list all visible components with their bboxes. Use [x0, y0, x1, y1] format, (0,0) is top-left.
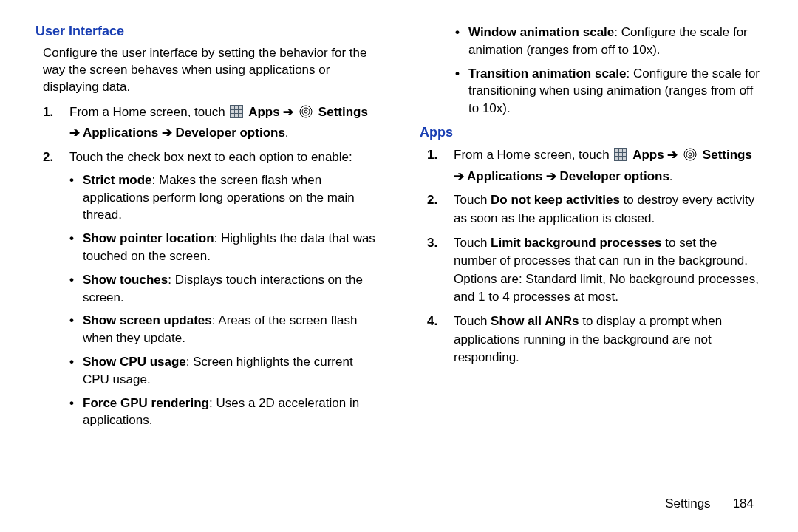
right-step-2: Touch Do not keep activities to destroy …: [427, 191, 763, 228]
pre: Touch: [454, 236, 491, 250]
svg-point-23: [684, 149, 696, 160]
svg-rect-4: [231, 110, 234, 113]
pre: Touch: [454, 193, 491, 207]
bullet-title: Transition animation scale: [468, 66, 627, 81]
left-step-2: Touch the check box next to each option …: [43, 149, 378, 429]
bold: Do not keep activities: [491, 193, 620, 207]
step2-text: Touch the check box next to each option …: [69, 150, 352, 164]
svg-point-25: [689, 153, 692, 156]
bullet-gpu-rendering: Force GPU rendering: Uses a 2D accelerat…: [69, 395, 378, 430]
bullet-title: Show screen updates: [83, 313, 212, 327]
bullet-title: Show CPU usage: [83, 355, 186, 369]
svg-rect-14: [615, 149, 618, 152]
right-step-1: From a Home screen, touch: [427, 146, 763, 185]
svg-rect-21: [619, 157, 622, 160]
svg-point-12: [304, 110, 307, 113]
page-footer: Settings184: [665, 497, 754, 511]
right-step-4: Touch Show all ANRs to display a prompt …: [427, 313, 763, 367]
svg-rect-16: [623, 149, 626, 152]
heading-user-interface: User Interface: [35, 24, 378, 39]
bullet-title: Show touches: [83, 273, 168, 287]
svg-rect-7: [231, 114, 234, 117]
svg-rect-20: [615, 157, 618, 160]
apps-icon: [230, 105, 243, 124]
svg-rect-2: [235, 106, 238, 109]
svg-rect-6: [239, 110, 242, 113]
footer-page-number: 184: [733, 497, 754, 511]
intro-text: Configure the user interface by setting …: [43, 45, 378, 96]
bullet-show-touches: Show touches: Displays touch interaction…: [69, 271, 378, 307]
path-rest: ➔ Applications ➔ Developer options: [454, 169, 669, 183]
arrow: ➔: [283, 105, 293, 119]
heading-apps: Apps: [420, 125, 763, 140]
settings-label: Settings: [703, 148, 752, 162]
arrow: ➔: [667, 148, 678, 162]
apps-icon: [614, 148, 627, 167]
right-step-3: Touch Limit background processes to set …: [427, 234, 763, 307]
apps-label: Apps: [248, 105, 280, 119]
svg-point-10: [300, 106, 312, 117]
svg-rect-15: [619, 149, 622, 152]
period: .: [669, 169, 673, 183]
step1-prefix: From a Home screen, touch: [69, 105, 228, 119]
bold: Show all ANRs: [491, 314, 579, 328]
step1-prefix: From a Home screen, touch: [454, 148, 613, 162]
bullet-title: Show pointer location: [83, 231, 214, 245]
svg-rect-8: [235, 114, 238, 117]
left-step-1: From a Home screen, touch: [43, 103, 378, 143]
period: .: [285, 126, 289, 140]
bullet-pointer-location: Show pointer location: Highlights the da…: [69, 230, 378, 265]
svg-rect-19: [623, 153, 626, 156]
svg-rect-3: [239, 106, 242, 109]
bullet-transition-animation: Transition animation scale: Configure th…: [455, 65, 763, 117]
pre: Touch: [454, 314, 491, 328]
svg-rect-1: [231, 106, 234, 109]
bullet-title: Force GPU rendering: [83, 396, 209, 410]
svg-rect-5: [235, 110, 238, 113]
settings-label: Settings: [318, 105, 368, 119]
svg-point-11: [302, 108, 310, 115]
bold: Limit background processes: [491, 236, 661, 250]
bullet-cpu-usage: Show CPU usage: Screen highlights the cu…: [69, 353, 378, 389]
svg-rect-22: [623, 157, 626, 160]
apps-label: Apps: [632, 148, 664, 162]
svg-point-24: [686, 151, 694, 158]
gear-icon: [683, 147, 698, 168]
svg-rect-17: [615, 153, 618, 156]
bullet-screen-updates: Show screen updates: Areas of the screen…: [69, 312, 378, 347]
path-rest: ➔ Applications ➔ Developer options: [69, 126, 285, 140]
svg-rect-18: [619, 153, 622, 156]
bullet-title: Window animation scale: [468, 25, 614, 39]
bullet-strict-mode: Strict mode: Makes the screen flash when…: [69, 171, 378, 224]
bullet-window-animation: Window animation scale: Configure the sc…: [455, 24, 763, 59]
svg-rect-9: [239, 114, 242, 117]
gear-icon: [299, 104, 313, 125]
footer-section: Settings: [665, 497, 710, 511]
bullet-title: Strict mode: [83, 173, 152, 187]
